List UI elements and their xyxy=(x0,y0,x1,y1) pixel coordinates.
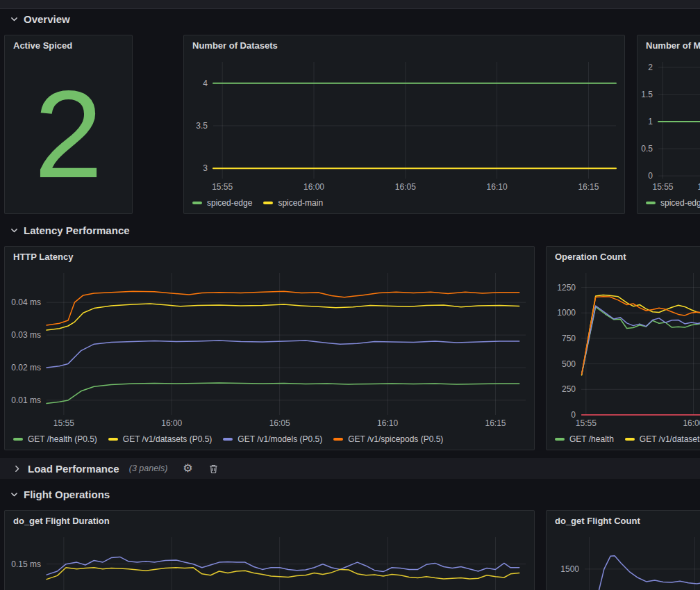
legend-label: GET /v1/datasets xyxy=(640,434,700,444)
legend-swatch xyxy=(223,438,233,441)
panel-title[interactable]: Operation Count xyxy=(547,247,700,268)
legend-label: GET /v1/spicepods (P0.5) xyxy=(348,434,443,444)
svg-text:4: 4 xyxy=(203,79,208,88)
panel-title[interactable]: do_get Flight Count xyxy=(547,511,700,532)
chevron-down-icon xyxy=(10,490,19,499)
legend-item[interactable]: GET /health xyxy=(555,434,614,444)
panel-do-get-flight-count: do_get Flight Count 15:5516:005001000150… xyxy=(546,510,700,590)
legend-item[interactable]: GET /v1/datasets (P0.5) xyxy=(108,434,212,444)
panel-do-get-flight-duration: do_get Flight Duration 15:5516:0016:0516… xyxy=(4,510,535,590)
chart-legend: GET /healthGET /v1/datasets xyxy=(555,432,700,446)
legend-label: spiced-main xyxy=(278,198,323,208)
svg-text:16:00: 16:00 xyxy=(303,182,324,192)
legend-label: GET /health xyxy=(569,434,614,444)
chart-do-get-flight-duration[interactable]: 15:5516:0016:0516:1016:150.05 ms0.10 ms0… xyxy=(5,532,534,590)
svg-text:16:00: 16:00 xyxy=(683,418,700,428)
panel-title[interactable]: Active Spiced xyxy=(5,35,132,56)
legend-label: GET /health (P0.5) xyxy=(28,434,97,444)
svg-text:15:55: 15:55 xyxy=(212,182,233,192)
legend-swatch xyxy=(13,438,23,441)
panel-count-label: (3 panels) xyxy=(129,464,168,473)
panel-http-latency: HTTP Latency 15:5516:0016:0516:1016:150.… xyxy=(4,246,535,450)
trash-icon xyxy=(208,464,219,474)
legend-swatch xyxy=(333,438,343,441)
legend-item[interactable]: GET /v1/datasets xyxy=(625,434,700,444)
section-header-load-performance[interactable]: Load Performance (3 panels) ⚙ xyxy=(0,458,700,479)
legend-swatch xyxy=(192,202,202,204)
chart-legend: spiced-edge xyxy=(646,196,700,210)
legend-swatch xyxy=(646,202,656,204)
panel-number-of-models: Number of Models 15:5516:0016:0516:1016:… xyxy=(637,35,700,214)
section-header-flight-operations[interactable]: Flight Operations xyxy=(10,486,110,502)
svg-text:3: 3 xyxy=(203,163,208,173)
legend-label: spiced-edge xyxy=(207,198,252,208)
row-delete-button[interactable] xyxy=(208,464,219,474)
svg-text:1500: 1500 xyxy=(560,564,579,574)
legend-swatch xyxy=(625,438,635,441)
panel-title[interactable]: Number of Models xyxy=(638,35,700,56)
panel-title[interactable]: HTTP Latency xyxy=(5,247,534,268)
gear-icon: ⚙ xyxy=(183,463,192,474)
svg-text:2: 2 xyxy=(648,63,653,72)
section-label: Load Performance xyxy=(28,463,119,475)
legend-label: GET /v1/datasets (P0.5) xyxy=(123,434,212,444)
svg-text:16:15: 16:15 xyxy=(485,418,506,428)
svg-text:3.5: 3.5 xyxy=(196,121,208,131)
section-label: Overview xyxy=(24,13,70,25)
legend-item[interactable]: GET /v1/spicepods (P0.5) xyxy=(333,434,443,444)
svg-text:15:55: 15:55 xyxy=(652,182,673,192)
svg-text:750: 750 xyxy=(562,334,576,343)
svg-text:16:15: 16:15 xyxy=(578,182,599,192)
svg-text:500: 500 xyxy=(562,359,576,369)
svg-text:16:00: 16:00 xyxy=(697,182,700,192)
svg-text:15:55: 15:55 xyxy=(576,418,597,428)
svg-text:16:00: 16:00 xyxy=(161,418,182,428)
svg-text:0.01 ms: 0.01 ms xyxy=(11,395,41,405)
panel-operation-count: Operation Count 15:5516:0002505007501000… xyxy=(546,246,700,450)
svg-text:1: 1 xyxy=(648,117,653,126)
svg-text:16:10: 16:10 xyxy=(487,182,508,192)
svg-text:0.03 ms: 0.03 ms xyxy=(11,330,41,340)
section-header-overview[interactable]: Overview xyxy=(10,10,70,27)
stat-value: 2 xyxy=(34,79,103,190)
legend-item[interactable]: GET /v1/models (P0.5) xyxy=(223,434,322,444)
chevron-down-icon xyxy=(10,15,19,24)
chart-do-get-flight-count[interactable]: 15:5516:0050010001500 xyxy=(547,532,700,590)
chart-number-of-datasets[interactable]: 15:5516:0016:0516:1016:1533.54 xyxy=(184,56,624,194)
legend-item[interactable]: spiced-edge xyxy=(646,198,700,208)
svg-text:16:10: 16:10 xyxy=(377,418,398,428)
svg-text:1000: 1000 xyxy=(557,308,576,318)
section-header-latency-performance[interactable]: Latency Performance xyxy=(10,222,130,238)
svg-text:1.5: 1.5 xyxy=(641,90,653,99)
svg-text:0: 0 xyxy=(571,410,576,420)
svg-text:250: 250 xyxy=(562,384,576,394)
svg-text:1250: 1250 xyxy=(557,283,576,293)
panel-active-spiced: Active Spiced 2 xyxy=(4,35,133,214)
legend-label: spiced-edge xyxy=(660,198,700,208)
svg-text:16:05: 16:05 xyxy=(395,182,416,192)
chevron-down-icon xyxy=(10,226,19,235)
chart-legend: GET /health (P0.5)GET /v1/datasets (P0.5… xyxy=(13,432,534,446)
legend-item[interactable]: spiced-main xyxy=(263,198,323,208)
svg-text:0.15 ms: 0.15 ms xyxy=(11,559,41,569)
svg-text:0.04 ms: 0.04 ms xyxy=(11,297,41,307)
chart-number-of-models[interactable]: 15:5516:0016:0516:1016:1500.511.52 xyxy=(638,56,700,194)
legend-swatch xyxy=(555,438,565,441)
chart-legend: spiced-edgespiced-main xyxy=(192,196,624,210)
svg-text:0.02 ms: 0.02 ms xyxy=(11,363,41,372)
section-label: Latency Performance xyxy=(24,224,130,236)
panel-title[interactable]: Number of Datasets xyxy=(184,35,624,56)
svg-text:15:55: 15:55 xyxy=(53,418,74,428)
svg-text:0.5: 0.5 xyxy=(641,144,653,154)
panel-number-of-datasets: Number of Datasets 15:5516:0016:0516:101… xyxy=(183,35,625,214)
panel-title[interactable]: do_get Flight Duration xyxy=(5,511,534,532)
legend-label: GET /v1/models (P0.5) xyxy=(238,434,322,444)
svg-text:0: 0 xyxy=(648,171,653,181)
row-settings-button[interactable]: ⚙ xyxy=(183,463,192,474)
stat-value-wrap: 2 xyxy=(5,56,132,213)
legend-swatch xyxy=(108,438,118,441)
chart-http-latency[interactable]: 15:5516:0016:0516:1016:150.01 ms0.02 ms0… xyxy=(5,268,534,430)
legend-item[interactable]: GET /health (P0.5) xyxy=(13,434,97,444)
chart-operation-count[interactable]: 15:5516:00025050075010001250 xyxy=(547,268,700,430)
legend-item[interactable]: spiced-edge xyxy=(192,198,252,208)
